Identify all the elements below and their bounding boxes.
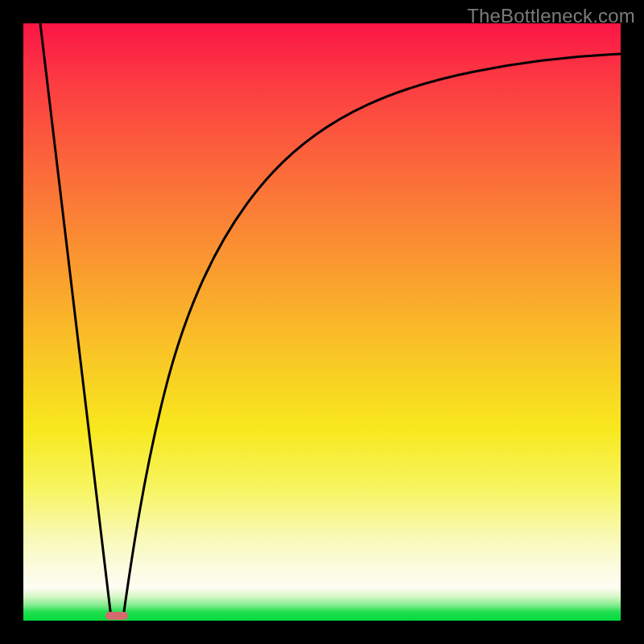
curve-rising [123,54,621,617]
chart-frame: TheBottleneck.com [0,0,644,644]
trough-marker [105,612,128,620]
watermark-text: TheBottleneck.com [467,5,635,27]
chart-curves-svg [23,23,621,621]
curve-descending-line [40,23,111,617]
